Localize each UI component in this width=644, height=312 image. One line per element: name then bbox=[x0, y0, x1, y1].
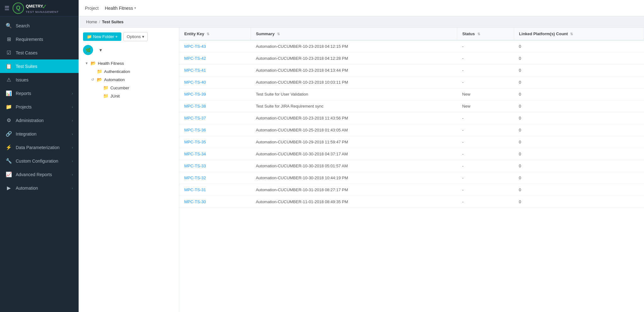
hamburger-icon[interactable]: ☰ bbox=[4, 5, 9, 12]
cell-status: - bbox=[457, 124, 514, 136]
cell-summary: Automation-CUCUMBER-10-30-2018 04:37:17 … bbox=[251, 148, 457, 160]
cell-linked-platforms-count: 0 bbox=[514, 40, 644, 53]
cell-status: - bbox=[457, 76, 514, 88]
filter-icon: ▼ bbox=[98, 48, 103, 53]
entity-key-link[interactable]: MPC-TS-36 bbox=[184, 128, 206, 132]
custom-config-icon: 🔧 bbox=[6, 158, 12, 164]
entity-key-link[interactable]: MPC-TS-32 bbox=[184, 176, 206, 180]
cell-status: - bbox=[457, 64, 514, 76]
table-row: MPC-TS-39Test Suite for User ValidationN… bbox=[179, 88, 644, 100]
entity-key-link[interactable]: MPC-TS-35 bbox=[184, 140, 206, 144]
tree-item-cucumber[interactable]: 📁 Cucumber bbox=[79, 84, 179, 92]
tree-item-label: JUnit bbox=[110, 94, 120, 98]
sidebar-item-custom-configuration[interactable]: 🔧 Custom Configuration › bbox=[0, 154, 79, 168]
table-row: MPC-TS-33Automation-CUCUMBER-10-30-2018 … bbox=[179, 160, 644, 172]
chevron-right-icon: › bbox=[72, 186, 73, 190]
tree-item-authentication[interactable]: 📁 Authentication bbox=[79, 67, 179, 75]
col-summary[interactable]: Summary ⇅ bbox=[251, 28, 457, 40]
options-button[interactable]: Options ▾ bbox=[123, 32, 148, 41]
sidebar-item-automation[interactable]: ▶ Automation › bbox=[0, 181, 79, 195]
tree-item-health-fitness[interactable]: ▼ 📂 Health Fitness bbox=[79, 59, 179, 67]
folder-toolbar: 📁 New Folder + Options ▾ bbox=[79, 32, 179, 45]
topbar: Project Health Fitness ▾ bbox=[79, 0, 644, 16]
cell-linked-platforms-count: 0 bbox=[514, 100, 644, 112]
tree-item-automation[interactable]: ↺ 📂 Automation bbox=[79, 75, 179, 84]
chevron-right-icon: › bbox=[72, 132, 73, 136]
sidebar-item-administration[interactable]: ⚙ Administration › bbox=[0, 114, 79, 127]
col-linked-platforms[interactable]: Linked Platform(s) Count ⇅ bbox=[514, 28, 644, 40]
entity-key-link[interactable]: MPC-TS-41 bbox=[184, 68, 206, 73]
entity-key-link[interactable]: MPC-TS-42 bbox=[184, 56, 206, 61]
folder-icon: 📁 bbox=[103, 85, 108, 90]
sidebar-item-projects[interactable]: 📁 Projects › bbox=[0, 100, 79, 114]
sidebar-item-advanced-reports[interactable]: 📈 Advanced Reports › bbox=[0, 168, 79, 181]
automation-icon: ▶ bbox=[6, 185, 12, 191]
cell-linked-platforms-count: 0 bbox=[514, 172, 644, 184]
cell-entity-key: MPC-TS-41 bbox=[179, 64, 251, 76]
requirements-icon: ⊞ bbox=[6, 36, 12, 42]
sidebar-item-requirements[interactable]: ⊞ Requirements bbox=[0, 32, 79, 46]
entity-key-link[interactable]: MPC-TS-43 bbox=[184, 44, 206, 49]
entity-key-link[interactable]: MPC-TS-31 bbox=[184, 187, 206, 192]
cell-linked-platforms-count: 0 bbox=[514, 53, 644, 64]
entity-key-link[interactable]: MPC-TS-37 bbox=[184, 116, 206, 120]
cell-entity-key: MPC-TS-37 bbox=[179, 112, 251, 124]
col-entity-key[interactable]: Entity Key ⇅ bbox=[179, 28, 251, 40]
topbar-project-dropdown[interactable]: Health Fitness ▾ bbox=[105, 6, 136, 11]
col-status[interactable]: Status ⇅ bbox=[457, 28, 514, 40]
cell-entity-key: MPC-TS-35 bbox=[179, 136, 251, 148]
entity-key-link[interactable]: MPC-TS-40 bbox=[184, 80, 206, 85]
data-param-icon: ⚡ bbox=[6, 144, 12, 150]
cell-linked-platforms-count: 0 bbox=[514, 184, 644, 196]
entity-key-link[interactable]: MPC-TS-30 bbox=[184, 199, 206, 204]
logo-text-block: QMETRY ✓ TEST MANAGEMENT bbox=[26, 3, 59, 14]
entity-key-link[interactable]: MPC-TS-33 bbox=[184, 164, 206, 168]
cell-linked-platforms-count: 0 bbox=[514, 124, 644, 136]
topbar-project-link[interactable]: Project bbox=[85, 6, 99, 11]
tree-item-label: Cucumber bbox=[110, 86, 129, 90]
sidebar-nav: 🔍 Search ⊞ Requirements ☑ Test Cases 📋 T… bbox=[0, 16, 79, 312]
sidebar-item-test-cases[interactable]: ☑ Test Cases bbox=[0, 46, 79, 59]
sidebar-item-label: Custom Configuration bbox=[16, 159, 72, 164]
sidebar-item-issues[interactable]: ⚠ Issues bbox=[0, 73, 79, 86]
chevron-right-icon: › bbox=[72, 159, 73, 163]
breadcrumb: Home / Test Suites bbox=[79, 16, 644, 28]
folder-icon: 📁 bbox=[97, 69, 102, 74]
cell-summary: Automation-CUCUMBER-10-30-2018 05:01:57 … bbox=[251, 160, 457, 172]
cell-linked-platforms-count: 0 bbox=[514, 148, 644, 160]
folder-view-button[interactable]: 🌿 bbox=[83, 45, 93, 55]
new-folder-button[interactable]: 📁 New Folder + bbox=[83, 32, 121, 41]
cell-status: - bbox=[457, 112, 514, 124]
entity-key-link[interactable]: MPC-TS-39 bbox=[184, 92, 206, 97]
cell-status: - bbox=[457, 136, 514, 148]
table-body: MPC-TS-43Automation-CUCUMBER-10-23-2018 … bbox=[179, 40, 644, 208]
cell-summary: Automation-CUCUMBER-10-23-2018 10:03:11 … bbox=[251, 76, 457, 88]
cell-status: New bbox=[457, 88, 514, 100]
sidebar-item-label: Issues bbox=[16, 77, 73, 82]
integration-icon: 🔗 bbox=[6, 131, 12, 137]
sidebar-item-integration[interactable]: 🔗 Integration › bbox=[0, 127, 79, 141]
table-row: MPC-TS-41Automation-CUCUMBER-10-23-2018 … bbox=[179, 64, 644, 76]
topbar-dropdown-label: Health Fitness bbox=[105, 6, 133, 11]
cell-entity-key: MPC-TS-39 bbox=[179, 88, 251, 100]
sidebar-item-data-parameterization[interactable]: ⚡ Data Parameterization › bbox=[0, 141, 79, 154]
cell-status: - bbox=[457, 53, 514, 64]
sidebar-item-label: Advanced Reports bbox=[16, 172, 72, 177]
tree-item-junit[interactable]: 📁 JUnit bbox=[79, 92, 179, 100]
options-label: Options bbox=[127, 34, 141, 39]
plus-icon: + bbox=[115, 34, 118, 39]
breadcrumb-home[interactable]: Home bbox=[86, 20, 97, 24]
breadcrumb-current: Test Suites bbox=[102, 20, 123, 24]
sidebar-item-reports[interactable]: 📊 Reports › bbox=[0, 86, 79, 100]
filter-button[interactable]: ▼ bbox=[96, 45, 106, 55]
entity-key-link[interactable]: MPC-TS-34 bbox=[184, 152, 206, 156]
sort-icon: ⇅ bbox=[477, 32, 480, 36]
sidebar-item-test-suites[interactable]: 📋 Test Suites bbox=[0, 59, 79, 73]
cell-summary: Automation-CUCUMBER-10-23-2018 04:12:15 … bbox=[251, 40, 457, 53]
table-row: MPC-TS-37Automation-CUCUMBER-10-23-2018 … bbox=[179, 112, 644, 124]
sidebar-item-search[interactable]: 🔍 Search bbox=[0, 19, 79, 32]
entity-key-link[interactable]: MPC-TS-38 bbox=[184, 104, 206, 109]
sidebar-header: ☰ Q QMETRY ✓ TEST MANAGEMENT bbox=[0, 0, 79, 16]
table-row: MPC-TS-42Automation-CUCUMBER-10-23-2018 … bbox=[179, 53, 644, 64]
table-row: MPC-TS-35Automation-CUCUMBER-10-29-2018 … bbox=[179, 136, 644, 148]
